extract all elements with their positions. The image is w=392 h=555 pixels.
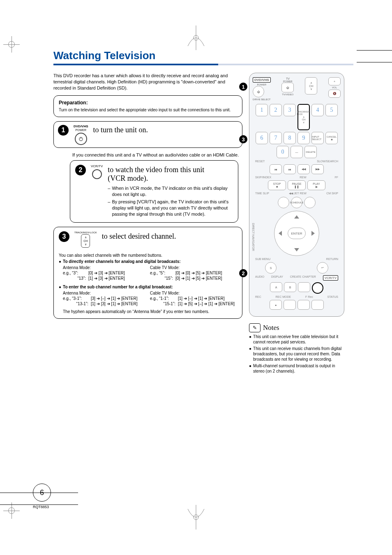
step-1-badge: 1: [58, 125, 69, 136]
step-1-text: to turn the unit on.: [93, 125, 238, 134]
remote-key-0: 0: [277, 146, 289, 158]
crop-mark-bottom-left: [3, 502, 20, 519]
vcrtv-button-icon: VCR/TV: [91, 165, 103, 179]
remote-skip-next-icon: ⏭: [284, 164, 296, 174]
cable-mode-label: Cable TV Mode:: [150, 265, 237, 270]
remote-power-icon: ⏻: [253, 86, 264, 97]
page-number: 6: [33, 484, 51, 502]
remote-mute-icon: 🔇: [328, 90, 341, 98]
remote-rec-icon: ●: [270, 300, 282, 310]
step-2-badge: 2: [75, 165, 86, 175]
remote-create-chapter-icon: [298, 282, 310, 292]
step-3-badge: 3: [59, 231, 69, 242]
callout-1: 1: [239, 83, 247, 91]
remote-stop-icon: STOP■: [268, 180, 286, 190]
page-title: Watching Television: [53, 49, 356, 62]
remote-nav-ring: ENTER: [274, 211, 319, 256]
direct-entry-heading: To directly enter channels for analog an…: [63, 259, 181, 264]
callout-2: 2: [239, 269, 247, 277]
prep-text: Turn on the television and select the ap…: [59, 107, 237, 113]
remote-skip-prev-icon: ⏮: [270, 164, 282, 174]
remote-vcrtv-icon: [312, 282, 323, 294]
step-2-note-2: By pressing [VCR/TV] again, the TV indic…: [112, 199, 233, 217]
step-3-text: to select desired channel.: [102, 231, 237, 241]
remote-key-6: 6: [256, 132, 268, 144]
remote-key-5: 5: [325, 104, 338, 116]
notes-heading: Notes: [263, 324, 279, 332]
prep-heading: Preparation:: [59, 100, 237, 106]
footer-code: RQT8853: [33, 505, 49, 509]
crop-mark-top-left: [3, 36, 20, 53]
remote-tv-power-icon: ⏻: [281, 83, 294, 92]
remote-key-8: 8: [284, 132, 296, 144]
channels-intro: You can also select channels with the nu…: [59, 253, 237, 258]
remote-enter-icon: ENTER: [288, 228, 306, 239]
step-2-text: to watch the video from this unit (VCR m…: [108, 165, 233, 182]
note-1: This unit can receive free cable televis…: [253, 334, 344, 345]
remote-key-4: 4: [311, 104, 324, 116]
fold-mark-bottom: [184, 505, 208, 530]
remote-key-2: 2: [270, 104, 282, 116]
notes-icon: ✎: [249, 323, 261, 332]
remote-cancel-icon: CANCEL✱: [325, 132, 338, 144]
remote-key-9: 9: [297, 132, 310, 144]
remote-dash-icon: —: [291, 146, 303, 158]
remote-rew-icon: ◀◀: [297, 164, 310, 174]
subchannel-heading: To enter the sub channel number for a di…: [63, 284, 173, 290]
remote-illustration: DVD/VHS POWER ⏻ DRIVE SELECT TV POWER ⏻ …: [249, 73, 344, 317]
remote-tracking-ch-icon: TRACKING/V-LOCK∧CH∨: [297, 104, 310, 130]
trim-lines-top-right: [357, 50, 392, 62]
fold-mark-top: [184, 25, 208, 50]
remote-b-icon: B: [284, 282, 296, 292]
remote-key-7: 7: [270, 132, 282, 144]
intro-text: This DVD recorder has a tuner which allo…: [53, 73, 242, 91]
remote-ch-icon: ∧CH∨: [305, 77, 317, 94]
remote-key-3: 3: [284, 104, 296, 116]
power-button-icon: DVD/VHS POWER: [74, 125, 88, 145]
title-rule: [53, 64, 353, 65]
remote-return-icon: ↩: [317, 262, 328, 274]
antenna-mode-label: Antenna Mode:: [63, 265, 150, 270]
remote-a-icon: A: [270, 282, 282, 292]
callout-3: 3: [239, 135, 247, 143]
note-3: Multi-channel surround broadcast is outp…: [253, 363, 344, 374]
ch-button-icon: TRACKING/V-LOCK ∧ CH ∨: [74, 231, 97, 248]
remote-play-icon: PLAY▶: [307, 180, 325, 190]
note-2: This unit can receive music channels fro…: [253, 346, 344, 362]
remote-input-select-icon: INPUT SELECT: [311, 132, 324, 144]
preparation-box: Preparation: Turn on the television and …: [53, 95, 242, 117]
remote-s-icon: S: [265, 262, 277, 274]
step-2-note-1: When in VCR mode, the TV indicator on th…: [112, 185, 233, 198]
hyphen-note: The hyphen appears automatically on “Ant…: [63, 309, 237, 314]
remote-pause-icon: PAUSE❚❚: [288, 180, 306, 190]
remote-ff-icon: ▶▶: [311, 164, 324, 174]
remote-delete-icon: DELETE: [304, 146, 317, 158]
remote-vol-up-icon: +: [328, 77, 341, 85]
remote-key-1: 1: [256, 104, 268, 116]
step-1-note: If you connected this unit and a TV with…: [72, 152, 242, 158]
